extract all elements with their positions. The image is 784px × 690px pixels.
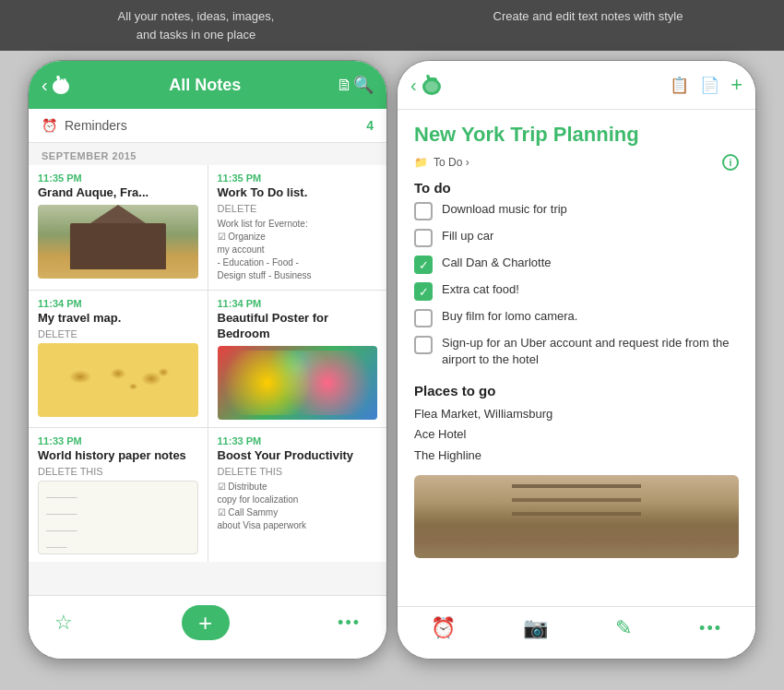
note-cell-4[interactable]: 11:33 PM World history paper notes DELET… [29,428,208,562]
note-title-1: Work To Do list. [218,185,378,201]
more-options-icon[interactable]: ••• [338,613,361,633]
evernote-logo-right [417,70,446,100]
note-time-5: 11:33 PM [218,435,378,446]
note-tag-4: DELETE THIS [38,466,198,477]
todo-item-4[interactable]: Buy film for lomo camera. [414,308,739,327]
left-caption-text: All your notes, ideas, images, and tasks… [118,9,275,42]
note-cell-0[interactable]: 11:35 PM Grand Auque, Fra... [29,165,208,290]
note-time-3: 11:34 PM [218,298,378,309]
reminder-icon-right[interactable]: ⏰ [431,616,456,640]
clock-icon: ⏰ [42,118,57,133]
note-time-1: 11:35 PM [218,172,378,184]
todo-text-0: Download music for trip [442,201,567,218]
evernote-logo-left [48,72,74,98]
right-caption-text: Create and edit text notes with style [493,9,683,23]
todo-item-3[interactable]: ✓ Extra cat food! [414,281,739,301]
thumb-barn [38,205,198,279]
left-nav-title: All Notes [74,76,337,95]
format-icon[interactable]: 📄 [700,76,719,95]
note-body-5: ☑ Distributecopy for localization☑ Call … [218,481,378,532]
svg-point-2 [425,81,438,92]
place-1: Ace Hotel [414,424,739,445]
back-button[interactable]: ‹ [42,75,48,96]
note-cell-2[interactable]: 11:34 PM My travel map. DELETE [29,291,208,427]
right-phone: ‹ 📋 📄 + New York Trip Planning 📁 To Do › [397,60,756,660]
section-date: SEPTEMBER 2015 [42,150,137,161]
places-section: Places to go Flea Market, Williamsburg A… [414,383,739,465]
note-cell-3[interactable]: 11:34 PM Beautiful Poster for Bedroom [208,291,387,427]
checkbox-4[interactable] [414,309,433,327]
info-icon[interactable]: i [722,154,739,171]
left-phone: ‹ All Notes 🗎 🔍 ⏰ Reminders 4 SEPTEMBER … [28,60,387,660]
thumb-notes [38,481,198,554]
note-title-4: World history paper notes [38,448,198,464]
add-icon-right[interactable]: + [731,73,742,97]
left-caption: All your notes, ideas, images, and tasks… [0,0,392,51]
share-icon[interactable]: 📋 [670,76,689,95]
star-icon[interactable]: ☆ [54,611,73,635]
more-options-right[interactable]: ••• [699,619,722,638]
right-nav-bar: ‹ 📋 📄 + [398,61,755,110]
left-content: ⏰ Reminders 4 SEPTEMBER 2015 11:35 PM Gr… [29,109,386,595]
search-icon-left[interactable]: 🔍 [353,75,374,95]
camera-icon[interactable]: 📷 [523,616,548,640]
todo-text-2: Call Dan & Charlotte [442,255,552,271]
section-header: SEPTEMBER 2015 [29,143,386,165]
todo-item-2[interactable]: ✓ Call Dan & Charlotte [414,255,739,274]
note-icon[interactable]: 🗎 [337,76,353,95]
back-button-right[interactable]: ‹ [410,75,417,96]
thumb-map [38,343,198,417]
note-cell-1[interactable]: 11:35 PM Work To Do list. DELETE Work li… [208,165,387,290]
note-time-4: 11:33 PM [38,435,198,446]
todo-tag-text: To Do › [434,156,469,169]
left-nav-bar: ‹ All Notes 🗎 🔍 [29,61,386,109]
note-tag-1: DELETE [218,203,378,214]
note-title-5: Boost Your Productivity [218,448,378,464]
todo-section-title: To do [414,180,739,196]
left-bottom-bar: ☆ + ••• [29,595,386,659]
todo-item-5[interactable]: Sign-up for an Uber account and request … [414,335,739,368]
top-captions: All your notes, ideas, images, and tasks… [0,0,784,51]
todo-item-0[interactable]: Download music for trip [414,201,739,220]
note-body-1: Work list for Evernote:☑ Organizemy acco… [218,218,378,282]
right-nav-icons: 📋 📄 + [670,73,742,97]
note-time-2: 11:34 PM [38,298,198,309]
phones-row: ‹ All Notes 🗎 🔍 ⏰ Reminders 4 SEPTEMBER … [18,51,766,690]
todo-text-4: Buy film for lomo camera. [442,308,577,325]
todo-tag[interactable]: 📁 To Do › [414,156,469,169]
place-0: Flea Market, Williamsburg [414,404,739,424]
note-tag-2: DELETE [38,328,198,339]
checkbox-1[interactable] [414,229,433,247]
folder-icon: 📁 [414,156,428,169]
reminders-count: 4 [366,118,374,133]
note-title-2: My travel map. [38,311,198,327]
thumb-poster [218,346,378,420]
bridge-image [414,475,739,558]
pencil-icon[interactable]: ✎ [615,616,632,640]
todo-text-1: Fill up car [442,228,493,244]
checkbox-3[interactable]: ✓ [414,282,433,301]
note-cell-5[interactable]: 11:33 PM Boost Your Productivity DELETE … [208,428,387,562]
reminders-label: Reminders [65,118,359,133]
note-title-main: New York Trip Planning [414,123,739,147]
checkbox-2[interactable]: ✓ [414,256,433,274]
note-time-0: 11:35 PM [38,172,198,184]
checkbox-5[interactable] [414,336,433,354]
todo-text-3: Extra cat food! [442,281,519,298]
note-tag-5: DELETE THIS [218,466,378,477]
note-title-3: Beautiful Poster for Bedroom [218,311,378,342]
right-bottom-bar: ⏰ 📷 ✎ ••• [398,606,755,659]
todo-item-1[interactable]: Fill up car [414,228,739,247]
checkbox-0[interactable] [414,202,433,220]
todo-label-bar: 📁 To Do › i [414,154,739,171]
note-title-0: Grand Auque, Fra... [38,185,198,201]
add-note-button[interactable]: + [182,605,230,640]
places-section-title: Places to go [414,383,739,399]
right-content: New York Trip Planning 📁 To Do › i To do… [398,110,755,606]
todo-text-5: Sign-up for an Uber account and request … [442,335,739,368]
reminders-bar[interactable]: ⏰ Reminders 4 [29,109,386,143]
notes-grid: 11:35 PM Grand Auque, Fra... 11:35 PM Wo… [29,165,386,562]
right-caption: Create and edit text notes with style [392,0,784,51]
place-2: The Highline [414,446,739,466]
